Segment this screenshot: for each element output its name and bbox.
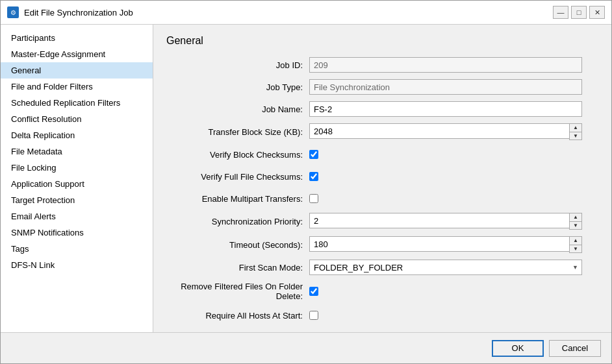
sidebar-item-conflict-resolution[interactable]: Conflict Resolution: [1, 111, 153, 127]
sidebar-item-participants[interactable]: Participants: [1, 30, 153, 46]
require-all-control: [309, 311, 318, 320]
first-scan-label: First Scan Mode:: [166, 263, 309, 273]
timeout-label: Timeout (Seconds):: [166, 240, 309, 250]
verify-full-label: Verify Full File Checksums:: [166, 172, 309, 182]
verify-full-checkbox[interactable]: [309, 172, 318, 181]
verify-block-label: Verify Block Checksums:: [166, 150, 309, 160]
first-scan-row: First Scan Mode: FOLDER_BY_FOLDER FULL_S…: [166, 260, 598, 275]
job-id-row: Job ID:: [166, 57, 598, 73]
sidebar-item-email-alerts[interactable]: Email Alerts: [1, 208, 153, 224]
section-title: General: [166, 35, 598, 47]
sidebar-item-application-support[interactable]: Application Support: [1, 176, 153, 192]
require-all-checkbox[interactable]: [309, 311, 318, 320]
transfer-block-spinner: ▲ ▼: [569, 123, 582, 140]
timeout-decrement[interactable]: ▼: [570, 245, 581, 252]
minimize-button[interactable]: —: [553, 6, 568, 19]
verify-full-row: Verify Full File Checksums:: [166, 169, 598, 184]
dialog: ⚙ Edit File Synchronization Job — □ ✕ Pa…: [0, 0, 612, 364]
remove-filtered-control: [309, 287, 318, 296]
timeout-spinner: ▲ ▼: [569, 236, 582, 253]
sidebar-item-file-metadata[interactable]: File Metadata: [1, 143, 153, 160]
enable-multipart-control: [309, 194, 318, 203]
footer: OK Cancel: [1, 332, 611, 363]
job-type-label: Job Type:: [166, 82, 309, 92]
dialog-title: Edit File Synchronization Job: [24, 8, 548, 18]
sync-priority-increment[interactable]: ▲: [570, 213, 581, 221]
timeout-increment[interactable]: ▲: [570, 237, 581, 245]
sidebar-item-general[interactable]: General: [1, 62, 153, 79]
enable-multipart-label: Enable Multipart Transfers:: [166, 194, 309, 204]
titlebar: ⚙ Edit File Synchronization Job — □ ✕: [1, 1, 611, 25]
remove-filtered-checkbox[interactable]: [309, 287, 318, 296]
first-scan-select[interactable]: FOLDER_BY_FOLDER FULL_SCAN QUICK_SCAN: [309, 260, 582, 275]
verify-block-checkbox[interactable]: [309, 150, 318, 159]
job-type-control: [309, 79, 582, 95]
job-type-row: Job Type:: [166, 79, 598, 95]
verify-full-control: [309, 172, 318, 181]
job-id-control: [309, 57, 582, 73]
maximize-button[interactable]: □: [571, 6, 587, 19]
require-all-label: Require All Hosts At Start:: [166, 311, 309, 321]
content-area: Participants Master-Edge Assignment Gene…: [1, 25, 611, 332]
job-type-input: [309, 79, 582, 95]
sidebar-item-delta-replication[interactable]: Delta Replication: [1, 127, 153, 143]
transfer-block-label: Transfer Block Size (KB):: [166, 127, 309, 137]
sidebar-item-master-edge[interactable]: Master-Edge Assignment: [1, 46, 153, 62]
first-scan-control: FOLDER_BY_FOLDER FULL_SCAN QUICK_SCAN: [309, 260, 582, 275]
transfer-block-input[interactable]: [309, 123, 569, 139]
sidebar-item-file-locking[interactable]: File Locking: [1, 160, 153, 176]
require-all-row: Require All Hosts At Start:: [166, 308, 598, 323]
job-id-label: Job ID:: [166, 60, 309, 70]
sidebar-item-scheduled-replication[interactable]: Scheduled Replication Filters: [1, 95, 153, 111]
job-id-input: [309, 57, 582, 73]
transfer-block-row: Transfer Block Size (KB): ▲ ▼: [166, 123, 598, 140]
enable-multipart-checkbox[interactable]: [309, 194, 318, 203]
transfer-block-increment[interactable]: ▲: [570, 124, 581, 132]
transfer-block-decrement[interactable]: ▼: [570, 132, 581, 140]
verify-block-row: Verify Block Checksums:: [166, 147, 598, 162]
titlebar-controls: — □ ✕: [553, 6, 605, 19]
sidebar: Participants Master-Edge Assignment Gene…: [1, 25, 153, 332]
sync-priority-spinner: ▲ ▼: [569, 213, 582, 230]
ok-button[interactable]: OK: [492, 340, 544, 357]
job-name-row: Job Name:: [166, 101, 598, 117]
sidebar-item-target-protection[interactable]: Target Protection: [1, 192, 153, 208]
remove-filtered-label: Remove Filtered Files On Folder Delete:: [166, 282, 309, 301]
sidebar-item-file-folder-filters[interactable]: File and Folder Filters: [1, 79, 153, 95]
verify-block-control: [309, 150, 318, 159]
main-content: General Job ID: Job Type: Job Name:: [153, 25, 611, 332]
close-button[interactable]: ✕: [589, 6, 605, 19]
sync-priority-input[interactable]: [309, 213, 569, 228]
job-name-control: [309, 101, 582, 117]
sidebar-item-snmp-notifications[interactable]: SNMP Notifications: [1, 224, 153, 241]
timeout-control: ▲ ▼: [309, 236, 582, 253]
sync-priority-decrement[interactable]: ▼: [570, 221, 581, 229]
timeout-input[interactable]: [309, 236, 569, 252]
enable-multipart-row: Enable Multipart Transfers:: [166, 191, 598, 206]
job-name-input[interactable]: [309, 101, 582, 117]
cancel-button[interactable]: Cancel: [549, 340, 601, 357]
sidebar-item-dfs-n-link[interactable]: DFS-N Link: [1, 257, 153, 273]
sidebar-item-tags[interactable]: Tags: [1, 241, 153, 257]
remove-filtered-row: Remove Filtered Files On Folder Delete:: [166, 282, 598, 301]
app-icon: ⚙: [7, 6, 19, 18]
sync-priority-label: Synchronization Priority:: [166, 217, 309, 226]
job-name-label: Job Name:: [166, 104, 309, 114]
sync-priority-control: ▲ ▼: [309, 213, 582, 230]
transfer-block-control: ▲ ▼: [309, 123, 582, 140]
sync-priority-row: Synchronization Priority: ▲ ▼: [166, 213, 598, 230]
timeout-row: Timeout (Seconds): ▲ ▼: [166, 236, 598, 253]
